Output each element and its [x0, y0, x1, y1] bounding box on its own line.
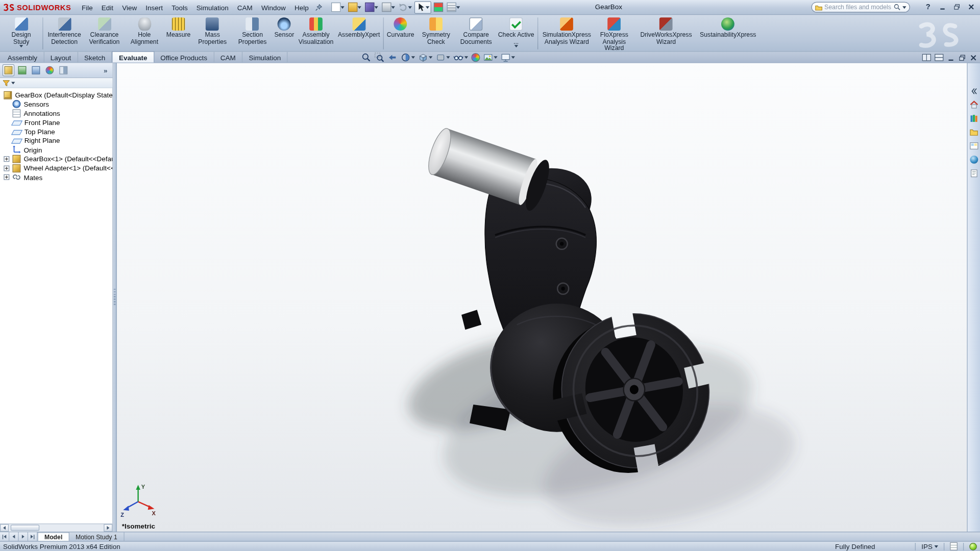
menu-cam[interactable]: CAM — [233, 2, 257, 13]
ribbon-button-check-active[interactable]: Check Active ... — [496, 16, 536, 52]
ribbon-button-simulationxpress[interactable]: SimulationXpress Analysis Wizard — [539, 16, 594, 52]
pin-menu-icon[interactable] — [315, 4, 323, 11]
tree-item-wheel-adapter[interactable]: Wheel Adapter<1> (Default<<De — [0, 164, 112, 173]
next-tab-button[interactable] — [19, 532, 28, 541]
tab-motion-study-1[interactable]: Motion Study 1 — [69, 532, 124, 541]
previous-tab-button[interactable] — [9, 532, 18, 541]
open-button[interactable] — [347, 1, 362, 13]
undo-button[interactable] — [398, 1, 413, 13]
ribbon-button-compare-documents[interactable]: Compare Documents — [456, 16, 496, 52]
first-tab-button[interactable] — [0, 532, 9, 541]
restore-button[interactable] — [952, 2, 962, 11]
expand-icon[interactable] — [4, 156, 9, 162]
tree-item-root[interactable]: GearBox (Default<Display State-1>) — [0, 91, 112, 100]
menu-tools[interactable]: Tools — [167, 2, 192, 13]
section-view-button[interactable] — [401, 53, 415, 63]
ribbon-button-curvature[interactable]: Curvature — [385, 16, 416, 52]
tree-item-annotations[interactable]: Annotations — [0, 109, 112, 118]
restore-document-icon[interactable] — [958, 54, 966, 62]
chevron-down-icon[interactable] — [902, 6, 906, 9]
tree-item-mates[interactable]: Mates — [0, 172, 112, 182]
tab-simulation[interactable]: Simulation — [242, 52, 288, 63]
quick-tips-icon[interactable] — [969, 542, 977, 550]
menu-view[interactable]: View — [118, 2, 141, 13]
menu-file[interactable]: File — [77, 2, 97, 13]
design-library-button[interactable] — [968, 113, 979, 124]
graphics-viewport[interactable]: Y X Z *Isometric — [117, 63, 967, 532]
print-button[interactable] — [380, 1, 396, 13]
ribbon-button-floxpress[interactable]: FloXpress Analysis Wizard — [594, 16, 634, 52]
expand-icon[interactable] — [4, 174, 9, 180]
search-icon[interactable] — [894, 4, 900, 10]
minimize-button[interactable] — [938, 2, 948, 11]
tree-item-front-plane[interactable]: Front Plane — [0, 118, 112, 127]
ribbon-button-measure[interactable]: Measure — [164, 16, 192, 52]
tab-layout[interactable]: Layout — [44, 52, 78, 63]
custom-properties-button[interactable] — [968, 168, 979, 179]
editing-status-icon[interactable] — [950, 542, 958, 550]
last-tab-button[interactable] — [28, 532, 37, 541]
configurationmanager-tab[interactable] — [30, 64, 42, 76]
ribbon-button-sustainabilityxpress[interactable]: SustainabilityXpress — [698, 16, 758, 52]
chevron-down-icon[interactable] — [11, 82, 15, 84]
tab-office-products[interactable]: Office Products — [154, 52, 214, 63]
ribbon-button-clearance-verification[interactable]: Clearance Verification — [84, 16, 124, 52]
featuremanager-tab[interactable] — [3, 64, 14, 76]
display-pane-tab[interactable] — [58, 64, 69, 76]
tab-cam[interactable]: CAM — [214, 52, 243, 63]
previous-view-button[interactable] — [387, 53, 398, 63]
view-palette-button[interactable] — [968, 141, 979, 152]
appearances-scenes-button[interactable] — [968, 154, 979, 165]
displaymanager-tab[interactable] — [44, 64, 56, 76]
search-input[interactable] — [824, 4, 892, 10]
gearbox-3d-model[interactable] — [117, 63, 967, 532]
apply-scene-button[interactable] — [483, 53, 498, 63]
scrollbar-thumb[interactable] — [11, 525, 39, 531]
ribbon-button-section-properties[interactable]: Section Properties — [232, 16, 272, 52]
edit-appearance-button[interactable] — [471, 53, 480, 62]
filter-funnel-icon[interactable] — [3, 79, 10, 87]
tree-item-gearbox-part[interactable]: GearBox<1> (Default<<Default>_ — [0, 155, 112, 164]
ribbon-button-hole-alignment[interactable]: Hole Alignment — [125, 16, 164, 52]
menu-edit[interactable]: Edit — [97, 2, 117, 13]
expand-icon[interactable] — [4, 165, 9, 171]
ribbon-button-assembly-visualization[interactable]: Assembly Visualization — [296, 16, 336, 52]
panel-splitter[interactable] — [113, 63, 117, 532]
view-settings-button[interactable] — [501, 53, 515, 63]
propertymanager-tab[interactable] — [16, 64, 28, 76]
close-button[interactable] — [966, 2, 976, 11]
ribbon-button-assemblyxpert[interactable]: AssemblyXpert — [336, 16, 382, 52]
unit-system-selector[interactable]: IPS — [921, 542, 938, 550]
tab-evaluate[interactable]: Evaluate — [112, 51, 154, 62]
search-box[interactable] — [811, 2, 910, 13]
tree-item-sensors[interactable]: Sensors — [0, 99, 112, 109]
select-tool-button[interactable] — [414, 1, 431, 13]
zoom-to-fit-button[interactable] — [361, 53, 372, 63]
ribbon-button-interference-detection[interactable]: Interference Detection — [44, 16, 84, 52]
tab-assembly[interactable]: Assembly — [1, 52, 44, 63]
menu-insert[interactable]: Insert — [141, 2, 167, 13]
tree-item-right-plane[interactable]: Right Plane — [0, 136, 112, 145]
save-button[interactable] — [363, 1, 379, 13]
ribbon-button-sensor[interactable]: Sensor — [273, 16, 296, 52]
file-explorer-button[interactable] — [968, 127, 979, 138]
display-style-button[interactable] — [435, 53, 450, 63]
new-document-button[interactable] — [330, 1, 346, 13]
hide-show-items-button[interactable] — [453, 53, 468, 63]
close-document-icon[interactable] — [969, 54, 977, 62]
split-pane-horizontal-icon[interactable] — [935, 53, 944, 62]
tree-item-top-plane[interactable]: Top Plane — [0, 127, 112, 136]
menu-help[interactable]: Help — [290, 2, 313, 13]
split-pane-icon[interactable] — [922, 53, 931, 62]
rebuild-button[interactable] — [432, 1, 444, 13]
panel-overflow-chevron-icon[interactable]: » — [104, 66, 108, 74]
menu-window[interactable]: Window — [257, 2, 290, 13]
ribbon-button-symmetry-check[interactable]: Symmetry Check — [416, 16, 456, 52]
tab-sketch[interactable]: Sketch — [78, 52, 112, 63]
minimize-document-icon[interactable] — [947, 54, 955, 62]
solidworks-resources-button[interactable] — [968, 99, 979, 110]
tab-model[interactable]: Model — [37, 532, 69, 541]
scroll-left-button[interactable] — [0, 524, 9, 532]
zoom-to-area-button[interactable] — [374, 53, 384, 63]
tree-item-origin[interactable]: Origin — [0, 145, 112, 155]
